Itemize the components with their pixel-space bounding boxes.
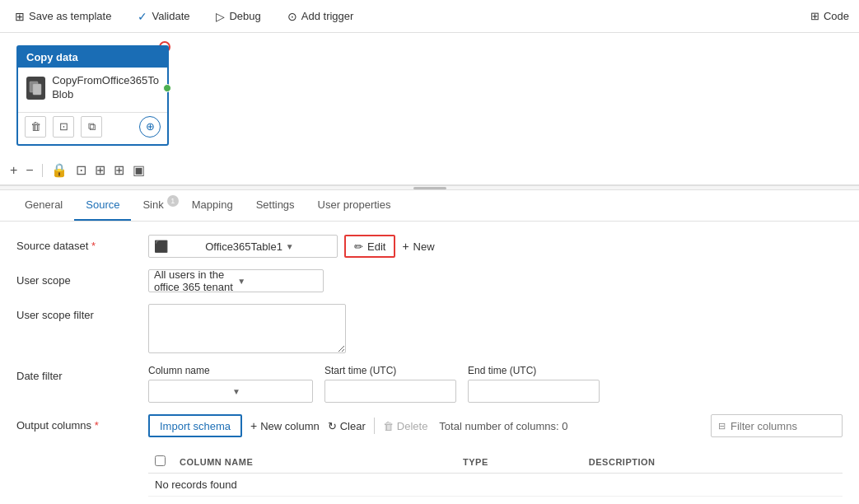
canvas-area: Copy data CopyFromOffice365To Blob 🗑 ⊡ <box>0 33 859 185</box>
zoom-in-button[interactable]: + <box>10 163 17 178</box>
copy-data-activity[interactable]: Copy data CopyFromOffice365To Blob 🗑 ⊡ <box>16 45 169 146</box>
connect-activity-button[interactable]: ⊕ <box>139 116 161 138</box>
date-filter-label: Date filter <box>16 365 148 382</box>
zoom-divider <box>42 164 43 177</box>
output-required-marker: * <box>95 419 99 432</box>
column-name-header: COLUMN NAME <box>173 450 456 474</box>
date-filter-controls: Column name ▼ Start time (UTC) End time … <box>148 365 600 403</box>
copy-data-body: CopyFromOffice365To Blob <box>18 68 167 109</box>
fit-view-button[interactable]: ⊡ <box>76 162 86 178</box>
date-filter-content: Column name ▼ Start time (UTC) End time … <box>148 365 843 403</box>
output-columns-content: Import schema + New column ↻ Clear 🗑 Del… <box>148 414 843 497</box>
properties-panel: Source dataset * ⬛ Office365Table1 ▼ ✏ E… <box>0 222 859 504</box>
copy-data-icon <box>26 77 45 100</box>
date-filter-row: Date filter Column name ▼ Start time (UT… <box>16 365 843 403</box>
edit-icon: ✏ <box>354 240 363 253</box>
total-columns-text: Total number of columns: 0 <box>439 420 567 432</box>
minimap-button[interactable]: ▣ <box>133 162 145 178</box>
save-template-icon: ⊞ <box>15 10 25 23</box>
user-scope-row: User scope All users in the office 365 t… <box>16 269 843 292</box>
description-header: DESCRIPTION <box>582 450 843 474</box>
select-all-header <box>148 450 173 474</box>
new-dataset-button[interactable]: + New <box>402 240 434 253</box>
success-indicator <box>163 84 171 92</box>
output-columns-row: Output columns * Import schema + New col… <box>16 414 843 497</box>
source-dataset-row: Source dataset * ⬛ Office365Table1 ▼ ✏ E… <box>16 235 843 258</box>
source-dataset-label: Source dataset * <box>16 235 148 252</box>
tab-user-properties[interactable]: User properties <box>306 190 403 221</box>
end-time-input[interactable] <box>468 380 600 403</box>
delete-icon: 🗑 <box>383 420 394 432</box>
user-scope-select[interactable]: All users in the office 365 tenant ▼ <box>148 269 324 292</box>
new-column-plus-icon: + <box>250 419 257 432</box>
copy-activity-button[interactable]: ⧉ <box>81 116 102 138</box>
end-time-col: End time (UTC) <box>468 365 600 403</box>
code-button[interactable]: ⊞ Code <box>810 10 849 22</box>
chevron-down-icon: ▼ <box>286 242 332 251</box>
tab-general[interactable]: General <box>13 190 74 221</box>
new-column-button[interactable]: + New column <box>250 419 320 432</box>
end-time-label: End time (UTC) <box>468 365 600 376</box>
canvas-zoom-bar: + − 🔒 ⊡ ⊞ ⊞ ▣ <box>10 162 145 178</box>
user-scope-filter-content <box>148 304 843 353</box>
output-columns-actions: Import schema + New column ↻ Clear 🗑 Del… <box>148 414 843 437</box>
select-all-checkbox[interactable] <box>155 455 166 466</box>
validate-button[interactable]: ✓ Validate <box>133 7 194 26</box>
start-time-label: Start time (UTC) <box>324 365 456 376</box>
code-icon: ⊞ <box>810 10 819 22</box>
tab-source[interactable]: Source <box>74 190 131 221</box>
edit-button[interactable]: ✏ Edit <box>344 235 395 258</box>
user-scope-chevron-icon: ▼ <box>237 277 317 286</box>
save-as-template-button[interactable]: ⊞ Save as template <box>10 7 116 26</box>
required-marker: * <box>91 240 96 252</box>
type-header: TYPE <box>456 450 582 474</box>
delete-activity-button[interactable]: 🗑 <box>25 116 46 138</box>
add-trigger-icon: ⊙ <box>287 10 297 23</box>
output-columns-label: Output columns * <box>16 414 148 432</box>
start-time-col: Start time (UTC) <box>324 365 456 403</box>
sink-badge: 1 <box>167 195 179 207</box>
source-dataset-select[interactable]: ⬛ Office365Table1 ▼ <box>148 235 338 258</box>
column-name-select[interactable]: ▼ <box>148 380 313 403</box>
filter-columns-container[interactable]: ⊟ <box>711 414 843 437</box>
user-scope-label: User scope <box>16 269 148 287</box>
plus-icon: + <box>402 240 408 253</box>
activity-actions: 🗑 ⊡ ⧉ ⊕ <box>18 112 167 144</box>
source-dataset-content: ⬛ Office365Table1 ▼ ✏ Edit + New <box>148 235 843 258</box>
no-records-text: No records found <box>148 474 843 497</box>
delete-column-button[interactable]: 🗑 Delete <box>383 420 428 432</box>
tab-settings[interactable]: Settings <box>245 190 306 221</box>
user-scope-filter-label: User scope filter <box>16 304 148 321</box>
tabs-bar: General Source Sink 1 Mapping Settings U… <box>0 190 859 222</box>
zoom-out-button[interactable]: − <box>26 163 33 178</box>
add-trigger-button[interactable]: ⊙ Add trigger <box>282 7 359 26</box>
column-name-col: Column name ▼ <box>148 365 313 403</box>
svg-rect-1 <box>33 84 41 95</box>
debug-icon: ▷ <box>216 10 225 23</box>
filter-icon: ⊟ <box>718 421 726 432</box>
debug-button[interactable]: ▷ Debug <box>211 7 265 26</box>
clear-icon: ↻ <box>328 420 337 432</box>
filter-columns-input[interactable] <box>731 420 829 432</box>
import-schema-button[interactable]: Import schema <box>148 414 242 437</box>
column-name-chevron-icon: ▼ <box>232 387 307 396</box>
user-scope-filter-row: User scope filter <box>16 304 843 353</box>
lock-button[interactable]: 🔒 <box>51 162 68 178</box>
zoom-select-button[interactable]: ⊞ <box>95 162 105 178</box>
validate-icon: ✓ <box>138 10 147 23</box>
copy-data-header: Copy data <box>18 47 167 68</box>
column-name-label: Column name <box>148 365 313 376</box>
user-scope-content: All users in the office 365 tenant ▼ <box>148 269 843 292</box>
tab-sink[interactable]: Sink 1 <box>131 190 180 221</box>
start-time-input[interactable] <box>324 380 456 403</box>
clear-button[interactable]: ↻ Clear <box>328 420 366 432</box>
resize-handle <box>413 187 446 189</box>
no-records-row: No records found <box>148 474 843 497</box>
fit-all-button[interactable]: ⊞ <box>114 162 124 178</box>
office365-icon: ⬛ <box>154 240 200 253</box>
btn-divider <box>374 418 375 434</box>
user-scope-filter-input[interactable] <box>148 304 346 353</box>
clone-activity-button[interactable]: ⊡ <box>53 116 74 138</box>
columns-table: COLUMN NAME TYPE DESCRIPTION No records … <box>148 450 843 497</box>
tab-mapping[interactable]: Mapping <box>180 190 245 221</box>
